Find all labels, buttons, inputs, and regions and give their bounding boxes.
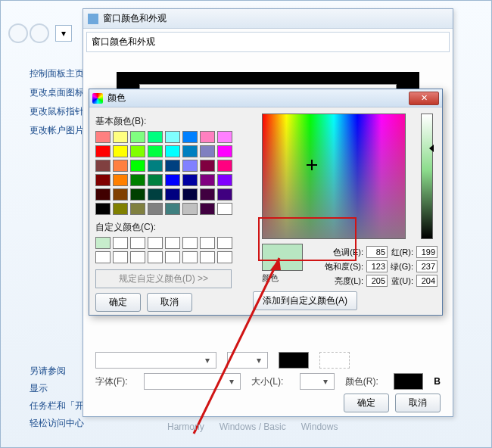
basic-color-swatch[interactable] [200, 188, 215, 201]
basic-color-swatch[interactable] [200, 145, 215, 157]
basic-color-swatch[interactable] [165, 203, 180, 215]
appearance-subtitle: 窗口颜色和外观 [86, 32, 450, 52]
color1-button[interactable] [279, 352, 309, 369]
custom-color-swatch[interactable] [148, 237, 163, 249]
basic-color-swatch[interactable] [165, 188, 180, 201]
appearance-cancel-button[interactable]: 取消 [395, 394, 441, 412]
color-dialog: 颜色 ✕ 基本颜色(B): 自定义颜色(C): 规定自定义颜色(D) >> 确定… [89, 89, 443, 316]
basic-color-swatch[interactable] [148, 160, 163, 172]
add-to-custom-button[interactable]: 添加到自定义颜色(A) [253, 291, 357, 310]
custom-color-swatch[interactable] [113, 237, 128, 249]
basic-color-swatch[interactable] [148, 188, 163, 201]
custom-color-swatch[interactable] [95, 251, 111, 263]
basic-color-swatch[interactable] [182, 131, 198, 143]
red-input[interactable] [416, 246, 438, 258]
size1-combo[interactable]: ▾ [227, 352, 268, 369]
basic-color-swatch[interactable] [95, 174, 111, 186]
basic-color-swatch[interactable] [200, 174, 215, 186]
color-preview-swatch [262, 244, 303, 271]
basic-color-swatch[interactable] [182, 188, 198, 201]
sat-input[interactable] [366, 260, 388, 272]
basic-color-swatch[interactable] [113, 131, 128, 143]
custom-color-swatch[interactable] [148, 251, 163, 263]
basic-color-swatch[interactable] [113, 145, 128, 157]
basic-color-swatch[interactable] [130, 160, 145, 172]
basic-color-swatch[interactable] [95, 145, 111, 157]
basic-color-swatch[interactable] [95, 160, 111, 172]
blue-input[interactable] [416, 275, 438, 287]
color-ok-button[interactable]: 确定 [95, 293, 141, 312]
basic-color-swatch[interactable] [113, 203, 128, 215]
back-button[interactable] [8, 23, 28, 43]
hue-input[interactable] [366, 246, 388, 258]
basic-color-swatch[interactable] [95, 188, 111, 201]
basic-color-swatch[interactable] [217, 188, 232, 201]
basic-color-swatch[interactable] [182, 203, 198, 215]
custom-color-swatch[interactable] [182, 251, 198, 263]
chevron-down-icon: ▾ [226, 376, 237, 387]
custom-color-swatch[interactable] [200, 237, 215, 249]
sidebar-item-account-picture[interactable]: 更改帐户图片 [30, 124, 87, 137]
forward-button[interactable] [30, 23, 49, 43]
basic-color-swatch[interactable] [113, 160, 128, 172]
basic-color-swatch[interactable] [217, 203, 232, 215]
green-input[interactable] [416, 260, 438, 272]
basic-color-swatch[interactable] [200, 160, 215, 172]
basic-color-swatch[interactable] [217, 160, 232, 172]
lum-input[interactable] [366, 275, 388, 287]
custom-color-swatch[interactable] [130, 251, 145, 263]
luminance-slider[interactable] [421, 114, 433, 239]
basic-color-swatch[interactable] [130, 145, 145, 157]
basic-color-swatch[interactable] [130, 203, 145, 215]
color-gradient-picker[interactable] [262, 114, 406, 239]
color-dialog-titlebar[interactable]: 颜色 ✕ [89, 89, 442, 107]
bold-button[interactable]: B [434, 376, 441, 387]
basic-color-swatch[interactable] [130, 174, 145, 186]
custom-color-swatch[interactable] [113, 251, 128, 263]
basic-color-swatch[interactable] [217, 145, 232, 157]
basic-color-swatch[interactable] [182, 145, 198, 157]
see-also-ease[interactable]: 轻松访问中心 [30, 417, 93, 430]
basic-color-swatch[interactable] [182, 174, 198, 186]
custom-color-swatch[interactable] [217, 251, 232, 263]
font-color-button[interactable] [394, 373, 423, 390]
basic-color-swatch[interactable] [148, 145, 163, 157]
basic-color-swatch[interactable] [165, 145, 180, 157]
custom-color-swatch[interactable] [165, 237, 180, 249]
basic-color-swatch[interactable] [113, 188, 128, 201]
basic-color-swatch[interactable] [182, 160, 198, 172]
sidebar-item-desktop-icons[interactable]: 更改桌面图标 [30, 86, 87, 99]
basic-color-swatch[interactable] [165, 131, 180, 143]
item-combo[interactable]: ▾ [95, 352, 216, 369]
sidebar-item-mouse-pointer[interactable]: 更改鼠标指针 [30, 105, 87, 118]
custom-color-swatch[interactable] [165, 251, 180, 263]
basic-color-swatch[interactable] [130, 131, 145, 143]
close-button[interactable]: ✕ [409, 92, 439, 105]
sidebar-home[interactable]: 控制面板主页 [30, 67, 87, 80]
basic-color-swatch[interactable] [200, 203, 215, 215]
appearance-ok-button[interactable]: 确定 [344, 394, 389, 412]
basic-color-swatch[interactable] [217, 174, 232, 186]
font-combo[interactable]: ▾ [144, 373, 241, 390]
basic-color-swatch[interactable] [113, 174, 128, 186]
custom-color-swatch[interactable] [130, 237, 145, 249]
color-preview-label: 颜色 [262, 272, 303, 284]
basic-color-swatch[interactable] [148, 203, 163, 215]
basic-color-swatch[interactable] [95, 203, 111, 215]
color-cancel-button[interactable]: 取消 [147, 293, 192, 312]
basic-color-swatch[interactable] [148, 174, 163, 186]
appearance-titlebar[interactable]: 窗口颜色和外观 [83, 9, 453, 29]
custom-color-swatch[interactable] [217, 237, 232, 249]
custom-color-swatch[interactable] [95, 237, 111, 249]
size-combo[interactable]: ▾ [300, 373, 335, 390]
basic-color-swatch[interactable] [130, 188, 145, 201]
basic-color-swatch[interactable] [95, 131, 111, 143]
basic-color-swatch[interactable] [200, 131, 215, 143]
basic-color-swatch[interactable] [165, 160, 180, 172]
color2-button[interactable] [319, 352, 350, 369]
custom-color-swatch[interactable] [200, 251, 215, 263]
basic-color-swatch[interactable] [148, 131, 163, 143]
custom-color-swatch[interactable] [182, 237, 198, 249]
basic-color-swatch[interactable] [217, 131, 232, 143]
basic-color-swatch[interactable] [165, 174, 180, 186]
